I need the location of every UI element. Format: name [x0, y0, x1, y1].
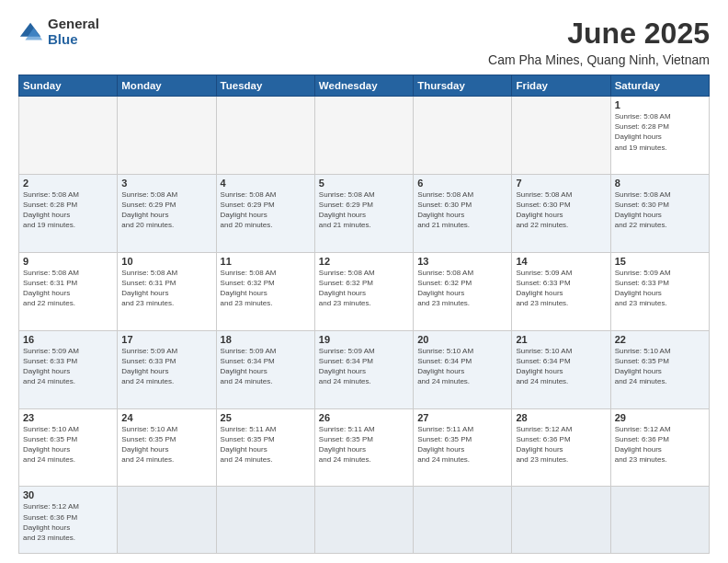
- day-number: 20: [417, 334, 507, 345]
- table-row: [414, 97, 512, 175]
- day-number: 23: [23, 412, 113, 423]
- calendar-week-row: 16 Sunrise: 5:09 AMSunset: 6:33 PMDaylig…: [19, 330, 710, 408]
- day-number: 2: [23, 178, 113, 189]
- day-number: 29: [615, 412, 705, 423]
- table-row: 11 Sunrise: 5:08 AMSunset: 6:32 PMDaylig…: [216, 252, 314, 330]
- logo: General Blue: [18, 17, 99, 47]
- day-info: Sunrise: 5:10 AMSunset: 6:35 PMDaylight …: [121, 425, 177, 465]
- table-row: [118, 487, 216, 554]
- calendar-title: June 2025: [488, 17, 710, 51]
- day-info: Sunrise: 5:08 AMSunset: 6:28 PMDaylight …: [615, 112, 671, 152]
- table-row: 25 Sunrise: 5:11 AMSunset: 6:35 PMDaylig…: [216, 408, 314, 487]
- table-row: 16 Sunrise: 5:09 AMSunset: 6:33 PMDaylig…: [19, 330, 118, 408]
- table-row: 5 Sunrise: 5:08 AMSunset: 6:29 PMDayligh…: [314, 174, 413, 252]
- day-number: 11: [221, 256, 311, 267]
- day-number: 22: [615, 334, 705, 345]
- day-number: 30: [23, 489, 113, 500]
- table-row: 4 Sunrise: 5:08 AMSunset: 6:29 PMDayligh…: [216, 174, 314, 252]
- day-info: Sunrise: 5:08 AMSunset: 6:30 PMDaylight …: [516, 190, 572, 230]
- table-row: 8 Sunrise: 5:08 AMSunset: 6:30 PMDayligh…: [610, 174, 709, 252]
- day-info: Sunrise: 5:08 AMSunset: 6:29 PMDaylight …: [221, 190, 277, 230]
- calendar-week-row: 9 Sunrise: 5:08 AMSunset: 6:31 PMDayligh…: [19, 252, 710, 330]
- day-number: 4: [221, 178, 311, 189]
- table-row: 15 Sunrise: 5:09 AMSunset: 6:33 PMDaylig…: [610, 252, 709, 330]
- day-info: Sunrise: 5:12 AMSunset: 6:36 PMDaylight …: [23, 502, 79, 542]
- day-number: 13: [417, 256, 507, 267]
- day-number: 7: [516, 178, 606, 189]
- table-row: 28 Sunrise: 5:12 AMSunset: 6:36 PMDaylig…: [512, 408, 610, 487]
- logo-text: General Blue: [48, 17, 99, 47]
- day-info: Sunrise: 5:11 AMSunset: 6:35 PMDaylight …: [221, 425, 277, 465]
- day-number: 9: [23, 256, 113, 267]
- day-number: 28: [516, 412, 606, 423]
- table-row: 21 Sunrise: 5:10 AMSunset: 6:34 PMDaylig…: [512, 330, 610, 408]
- day-info: Sunrise: 5:09 AMSunset: 6:33 PMDaylight …: [615, 269, 671, 308]
- table-row: 1 Sunrise: 5:08 AMSunset: 6:28 PMDayligh…: [610, 97, 709, 175]
- day-number: 14: [516, 256, 606, 267]
- day-number: 26: [319, 412, 409, 423]
- table-row: [19, 97, 118, 175]
- day-info: Sunrise: 5:11 AMSunset: 6:35 PMDaylight …: [417, 425, 473, 465]
- table-row: 10 Sunrise: 5:08 AMSunset: 6:31 PMDaylig…: [118, 252, 216, 330]
- table-row: 12 Sunrise: 5:08 AMSunset: 6:32 PMDaylig…: [314, 252, 413, 330]
- col-friday: Friday: [512, 75, 610, 97]
- table-row: [414, 487, 512, 554]
- table-row: [216, 97, 314, 175]
- day-info: Sunrise: 5:10 AMSunset: 6:35 PMDaylight …: [615, 347, 671, 386]
- day-number: 1: [615, 99, 705, 110]
- table-row: 20 Sunrise: 5:10 AMSunset: 6:34 PMDaylig…: [414, 330, 512, 408]
- calendar-week-row: 23 Sunrise: 5:10 AMSunset: 6:35 PMDaylig…: [19, 408, 710, 487]
- page: General Blue June 2025 Cam Pha Mines, Qu…: [0, 0, 728, 563]
- title-block: June 2025 Cam Pha Mines, Quang Ninh, Vie…: [488, 17, 710, 67]
- day-number: 12: [319, 256, 409, 267]
- day-info: Sunrise: 5:09 AMSunset: 6:34 PMDaylight …: [221, 347, 277, 386]
- day-info: Sunrise: 5:08 AMSunset: 6:31 PMDaylight …: [23, 269, 79, 308]
- col-thursday: Thursday: [414, 75, 512, 97]
- day-number: 21: [516, 334, 606, 345]
- table-row: 19 Sunrise: 5:09 AMSunset: 6:34 PMDaylig…: [314, 330, 413, 408]
- day-number: 10: [121, 256, 211, 267]
- table-row: 17 Sunrise: 5:09 AMSunset: 6:33 PMDaylig…: [118, 330, 216, 408]
- col-tuesday: Tuesday: [216, 75, 314, 97]
- table-row: 6 Sunrise: 5:08 AMSunset: 6:30 PMDayligh…: [414, 174, 512, 252]
- calendar-week-row: 30 Sunrise: 5:12 AMSunset: 6:36 PMDaylig…: [19, 487, 710, 554]
- day-number: 18: [221, 334, 311, 345]
- table-row: 27 Sunrise: 5:11 AMSunset: 6:35 PMDaylig…: [414, 408, 512, 487]
- col-wednesday: Wednesday: [314, 75, 413, 97]
- calendar-table: Sunday Monday Tuesday Wednesday Thursday…: [18, 75, 710, 554]
- day-info: Sunrise: 5:09 AMSunset: 6:33 PMDaylight …: [121, 347, 177, 386]
- table-row: 29 Sunrise: 5:12 AMSunset: 6:36 PMDaylig…: [610, 408, 709, 487]
- table-row: [512, 97, 610, 175]
- day-number: 3: [121, 178, 211, 189]
- calendar-week-row: 2 Sunrise: 5:08 AMSunset: 6:28 PMDayligh…: [19, 174, 710, 252]
- day-number: 25: [221, 412, 311, 423]
- table-row: [216, 487, 314, 554]
- table-row: 14 Sunrise: 5:09 AMSunset: 6:33 PMDaylig…: [512, 252, 610, 330]
- day-info: Sunrise: 5:09 AMSunset: 6:33 PMDaylight …: [23, 347, 79, 386]
- col-sunday: Sunday: [19, 75, 118, 97]
- day-number: 15: [615, 256, 705, 267]
- day-info: Sunrise: 5:08 AMSunset: 6:29 PMDaylight …: [121, 190, 177, 230]
- calendar-subtitle: Cam Pha Mines, Quang Ninh, Vietnam: [488, 52, 710, 67]
- day-info: Sunrise: 5:08 AMSunset: 6:30 PMDaylight …: [615, 190, 671, 230]
- day-info: Sunrise: 5:08 AMSunset: 6:31 PMDaylight …: [121, 269, 177, 308]
- col-monday: Monday: [118, 75, 216, 97]
- calendar-header-row: Sunday Monday Tuesday Wednesday Thursday…: [19, 75, 710, 97]
- table-row: 18 Sunrise: 5:09 AMSunset: 6:34 PMDaylig…: [216, 330, 314, 408]
- day-info: Sunrise: 5:12 AMSunset: 6:36 PMDaylight …: [615, 425, 671, 465]
- day-info: Sunrise: 5:08 AMSunset: 6:30 PMDaylight …: [417, 190, 473, 230]
- day-number: 8: [615, 178, 705, 189]
- table-row: 30 Sunrise: 5:12 AMSunset: 6:36 PMDaylig…: [19, 487, 118, 554]
- day-info: Sunrise: 5:12 AMSunset: 6:36 PMDaylight …: [516, 425, 572, 465]
- day-number: 16: [23, 334, 113, 345]
- day-info: Sunrise: 5:11 AMSunset: 6:35 PMDaylight …: [319, 425, 375, 465]
- day-info: Sunrise: 5:10 AMSunset: 6:35 PMDaylight …: [23, 425, 79, 465]
- day-number: 17: [121, 334, 211, 345]
- table-row: [314, 97, 413, 175]
- table-row: [610, 487, 709, 554]
- logo-blue: Blue: [48, 32, 99, 48]
- day-number: 6: [417, 178, 507, 189]
- day-info: Sunrise: 5:08 AMSunset: 6:32 PMDaylight …: [319, 269, 375, 308]
- logo-general: General: [48, 17, 99, 32]
- day-number: 27: [417, 412, 507, 423]
